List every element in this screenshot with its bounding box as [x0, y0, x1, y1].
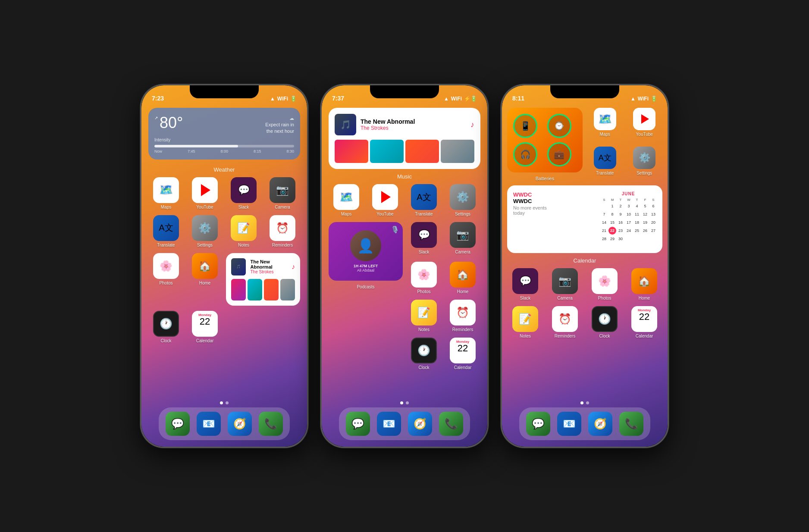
p3-app-photos[interactable]: 🌸 Photos	[586, 268, 623, 301]
p3-app-camera[interactable]: 📷 Camera	[547, 268, 583, 301]
dock-mail-3[interactable]: 📧	[557, 412, 581, 436]
time-3: 8:11	[512, 95, 524, 102]
signal-icon-3: ▲	[630, 96, 636, 102]
p3-app-clock[interactable]: 🕐 Clock	[586, 306, 623, 339]
p3-app-slack[interactable]: 💬 Slack	[507, 268, 543, 301]
music-widget-small[interactable]: 🎵 The New Abnormal The Strokes ♪	[226, 253, 300, 306]
intensity-label: Intensity	[154, 138, 294, 142]
dock-mail-1[interactable]: 📧	[197, 412, 221, 436]
app-translate[interactable]: A文 Translate	[148, 215, 184, 248]
signal-icon-2: ▲	[444, 96, 449, 102]
dock-phone-1[interactable]: 📞	[259, 412, 283, 436]
calendar-widget[interactable]: WWDC WWDC No more eventstoday JUNE SMTWT…	[507, 185, 662, 253]
p2-app-camera[interactable]: 📷 Camera	[445, 222, 480, 255]
calendar-widget-section[interactable]: WWDC WWDC No more eventstoday JUNE SMTWT…	[507, 185, 662, 264]
music-widget-title: The New Abnormal	[361, 118, 466, 125]
page-dots-3	[502, 401, 668, 404]
app-row-2: A文 Translate ⚙️ Settings 📝 Notes ⏰ Remin…	[148, 215, 300, 248]
app-notes[interactable]: 📝 Notes	[226, 215, 261, 248]
app-camera[interactable]: 📷 Camera	[265, 177, 300, 210]
p3-app-translate[interactable]: A文 Translate	[587, 147, 623, 176]
batteries-label: Batteries	[536, 176, 554, 181]
p3-app-maps[interactable]: 🗺️ Maps	[587, 108, 623, 137]
app-youtube[interactable]: YouTube	[187, 177, 223, 210]
p2-app-slack[interactable]: 💬 Slack	[406, 222, 442, 255]
p3-app-row-2: 📝 Notes ⏰ Reminders 🕐 Clock Monday 22	[507, 306, 662, 339]
p2-app-row-4: 🕐 Clock Monday 22 Calendar	[329, 338, 480, 370]
p3-app-settings[interactable]: ⚙️ Settings	[627, 147, 663, 176]
app-clock-1[interactable]: 🕐 Clock	[148, 311, 184, 344]
p2-app-home[interactable]: 🏠 Home	[445, 262, 480, 294]
app-photos[interactable]: 🌸 Photos	[148, 253, 184, 306]
wifi-icon-2: WiFi	[451, 96, 462, 102]
cal-month: JUNE	[600, 191, 656, 196]
dock-messages-2[interactable]: 💬	[346, 412, 370, 436]
dock-phone-3[interactable]: 📞	[619, 412, 643, 436]
weather-label: Weather	[148, 166, 300, 173]
phone-1: 7:23 ▲ WiFi 🔋 ↗ 80° ☁	[140, 84, 308, 448]
p3-app-home[interactable]: 🏠 Home	[626, 268, 662, 301]
notch-3	[550, 85, 619, 98]
music-artist: The Strokes	[250, 269, 287, 274]
dock-messages-3[interactable]: 💬	[526, 412, 550, 436]
batteries-section[interactable]: 📱 ⌚ 🎧 💼 Batteries	[507, 108, 583, 182]
phone-2: 7:37 ▲ WiFi ⚡🔋 🎵 The New Abnormal The St…	[320, 84, 489, 448]
time-row: Now7:458:008:158:30	[154, 149, 294, 153]
p3-app-reminders[interactable]: ⏰ Reminders	[547, 306, 583, 339]
p2-app-row-3: 📝 Notes ⏰ Reminders	[329, 300, 480, 332]
time-1: 7:23	[152, 95, 164, 102]
p2-app-row-2: 🎙️ 👤 1H 47M LEFT Ali Abdaal Podcasts 💬 S…	[329, 222, 480, 294]
dock-safari-2[interactable]: 🧭	[408, 412, 432, 436]
calendar-label: Calendar	[507, 257, 662, 264]
music-widget-large[interactable]: 🎵 The New Abnormal The Strokes ♪	[329, 108, 480, 169]
weather-temp: 80°	[160, 114, 183, 132]
p2-app-maps[interactable]: 🗺️ Maps	[329, 184, 364, 217]
p3-app-calendar[interactable]: Monday 22 Calendar	[626, 306, 662, 339]
wifi-icon-1: WiFi	[277, 96, 288, 102]
dock-messages-1[interactable]: 💬	[166, 412, 190, 436]
signal-icon-1: ▲	[270, 96, 275, 102]
p2-app-translate[interactable]: A文 Translate	[406, 184, 442, 217]
p3-app-notes[interactable]: 📝 Notes	[507, 306, 543, 339]
app-maps[interactable]: 🗺️ Maps	[148, 177, 184, 210]
dock-safari-1[interactable]: 🧭	[228, 412, 252, 436]
app-row-1: 🗺️ Maps YouTube 💬 Slack 📷 Camera	[148, 177, 300, 210]
p2-app-notes[interactable]: 📝 Notes	[406, 300, 442, 332]
app-settings[interactable]: ⚙️ Settings	[187, 215, 223, 248]
podcast-name: Ali Abdaal	[357, 268, 374, 272]
music-title: The New Abnormal	[250, 259, 287, 269]
p2-app-reminders[interactable]: ⏰ Reminders	[445, 300, 480, 332]
battery-icon-3: 🔋	[651, 96, 657, 102]
p2-app-clock[interactable]: 🕐 Clock	[406, 338, 442, 370]
app-calendar-1[interactable]: Monday 22 Calendar	[187, 311, 223, 344]
app-home[interactable]: 🏠 Home	[187, 253, 223, 306]
weather-widget[interactable]: ↗ 80° ☁ Expect rain inthe next hour Inte…	[148, 108, 300, 160]
cal-event-label: WWDC	[513, 198, 547, 204]
notch-1	[190, 85, 259, 98]
phone-3: 8:11 ▲ WiFi 🔋 📱 ⌚ 🎧 💼	[501, 84, 669, 448]
cal-no-events: No more eventstoday	[513, 205, 547, 216]
dock-safari-3[interactable]: 🧭	[588, 412, 612, 436]
p3-app-row-1: 💬 Slack 📷 Camera 🌸 Photos 🏠 Home	[507, 268, 662, 301]
podcast-time: 1H 47M LEFT	[354, 264, 378, 268]
p2-app-calendar[interactable]: Monday 22 Calendar	[445, 338, 480, 370]
p2-app-youtube[interactable]: YouTube	[367, 184, 403, 217]
p3-top-section: 📱 ⌚ 🎧 💼 Batteries 🗺️ Maps	[507, 108, 662, 182]
app-row-3: 🌸 Photos 🏠 Home 🎵 The New Abnormal Th	[148, 253, 300, 306]
dock-2: 💬 📧 🧭 📞	[322, 408, 487, 447]
p3-right-apps: 🗺️ Maps YouTube A文 Translate ⚙️	[587, 108, 662, 182]
p2-app-photos[interactable]: 🌸 Photos	[406, 262, 442, 294]
podcast-widget[interactable]: 🎙️ 👤 1H 47M LEFT Ali Abdaal Podcasts	[329, 222, 403, 290]
wifi-icon-3: WiFi	[638, 96, 649, 102]
cal-event: WWDC	[513, 191, 547, 198]
page-dots-1	[141, 401, 307, 404]
music-widget-artist: The Strokes	[361, 125, 466, 131]
app-slack[interactable]: 💬 Slack	[226, 177, 261, 210]
p2-app-settings[interactable]: ⚙️ Settings	[445, 184, 480, 217]
dock-mail-2[interactable]: 📧	[377, 412, 401, 436]
app-reminders[interactable]: ⏰ Reminders	[265, 215, 300, 248]
p2-app-row-1: 🗺️ Maps YouTube A文 Translate ⚙️ Settings	[329, 184, 480, 217]
battery-icon-2: ⚡🔋	[464, 96, 477, 102]
dock-phone-2[interactable]: 📞	[439, 412, 463, 436]
p3-app-youtube[interactable]: YouTube	[627, 108, 663, 137]
